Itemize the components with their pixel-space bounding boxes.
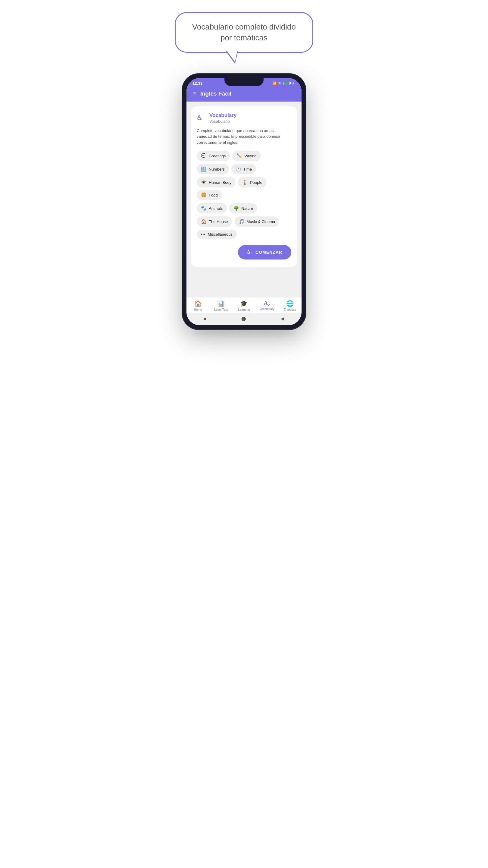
notch — [224, 78, 264, 86]
app-title: Inglés Fácil — [200, 90, 231, 97]
tags-row-6: ••• Miscellaneous — [197, 230, 291, 239]
tag-time[interactable]: 🕐 Time — [231, 164, 256, 174]
tag-animals[interactable]: 🐾 Animals — [197, 203, 227, 213]
comenzar-button[interactable]: A COMENZAR — [238, 245, 291, 259]
nature-label: Nature — [241, 206, 253, 211]
nav-item-learning[interactable]: 🎓 Learning — [235, 300, 252, 311]
human-body-label: Human Body — [209, 180, 231, 185]
tag-writing[interactable]: ✏️ Writing — [232, 151, 261, 161]
tags-row-1: 💬 Greetings ✏️ Writing — [197, 151, 291, 161]
vocab-title: Vocabulary — [209, 113, 236, 119]
food-label: Food — [209, 193, 218, 197]
nav-item-home[interactable]: 🏠 Home — [190, 300, 206, 311]
tag-numbers[interactable]: 🔢 Numbers — [197, 164, 229, 174]
phone-reflection — [193, 331, 295, 337]
home-nav-icon: 🏠 — [194, 300, 202, 307]
people-icon: 🚶 — [242, 180, 248, 185]
time-icon: 🕐 — [235, 166, 241, 172]
tags-row-2: 🔢 Numbers 🕐 Time — [197, 164, 291, 174]
nav-item-level-test[interactable]: 📊 Level Test — [213, 300, 229, 311]
bolt-icon: ⚡ — [291, 82, 295, 85]
android-back[interactable]: ◀ — [281, 316, 284, 321]
tag-human-body[interactable]: 👁️ Human Body — [197, 177, 235, 187]
nav-item-translate[interactable]: 🌐 Translate — [282, 300, 298, 311]
android-nav: ■ ⬤ ◀ — [187, 313, 301, 325]
comenzar-icon: A — [247, 249, 253, 255]
animals-icon: 🐾 — [201, 206, 207, 211]
status-icons: 📶 36 ⚡ — [272, 82, 295, 85]
tag-music-cinema[interactable]: 🎵 Music & Cinema — [235, 216, 280, 227]
house-label: The House — [209, 219, 228, 224]
numbers-icon: 🔢 — [201, 166, 207, 172]
level-test-nav-icon: 📊 — [217, 300, 225, 307]
nature-icon: 🌳 — [233, 206, 239, 211]
human-body-icon: 👁️ — [201, 180, 207, 185]
phone-frame: 12:33 📶 36 ⚡ ≡ Inglés Fácil — [182, 74, 306, 330]
hamburger-icon[interactable]: ≡ — [193, 90, 196, 97]
tag-nature[interactable]: 🌳 Nature — [229, 203, 257, 213]
tag-miscellaneous[interactable]: ••• Miscellaneous — [197, 230, 237, 239]
vocab-header: A Vocabulary Vocabulario — [197, 113, 291, 124]
android-home[interactable]: ⬤ — [241, 316, 246, 321]
vocab-card-icon: A — [197, 113, 205, 123]
android-stop[interactable]: ■ — [204, 316, 206, 321]
level-test-nav-label: Level Test — [214, 308, 228, 311]
comenzar-label: COMENZAR — [255, 250, 282, 255]
tags-row-5: 🏠 The House 🎵 Music & Cinema — [197, 216, 291, 227]
bubble-text: Vocabulario completo dividido por temáti… — [192, 22, 296, 42]
outer-container: Vocabulario completo dividido por temáti… — [163, 12, 325, 337]
tags-row-3: 👁️ Human Body 🚶 People 🍔 Food — [197, 177, 291, 200]
vocab-titles: Vocabulary Vocabulario — [209, 113, 236, 124]
main-content: A Vocabulary Vocabulario Completo vocabu… — [187, 101, 301, 297]
battery-fill — [284, 82, 288, 84]
animals-label: Animals — [209, 206, 223, 211]
tag-house[interactable]: 🏠 The House — [197, 216, 232, 227]
vocabulary-nav-icon: A✓ — [264, 300, 270, 307]
tag-people[interactable]: 🚶 People — [238, 177, 266, 187]
svg-text:A: A — [197, 114, 201, 120]
vocabulary-nav-label: Vocabulary — [260, 307, 274, 311]
cta-row: A COMENZAR — [197, 245, 291, 259]
vocab-card: A Vocabulary Vocabulario Completo vocabu… — [191, 106, 297, 267]
numbers-label: Numbers — [209, 167, 225, 172]
wifi-icon: 📶 — [272, 82, 276, 85]
food-icon: 🍔 — [201, 192, 207, 198]
tags-row-4: 🐾 Animals 🌳 Nature — [197, 203, 291, 213]
writing-label: Writing — [244, 154, 256, 158]
music-cinema-icon: 🎵 — [239, 219, 245, 224]
tags-container: 💬 Greetings ✏️ Writing 🔢 Numbers — [197, 151, 291, 239]
vocab-subtitle: Vocabulario — [209, 119, 236, 124]
app-header: ≡ Inglés Fácil — [187, 87, 301, 101]
music-cinema-label: Music & Cinema — [247, 219, 275, 224]
translate-nav-label: Translate — [284, 308, 296, 311]
tag-greetings[interactable]: 💬 Greetings — [197, 151, 230, 161]
learning-nav-label: Learning — [238, 308, 250, 311]
vocab-description: Completo vocabulario que abarca una ampl… — [197, 128, 291, 146]
tag-food[interactable]: 🍔 Food — [197, 190, 222, 200]
status-time: 12:33 — [193, 81, 202, 86]
battery-icon — [283, 82, 290, 85]
phone-inner: 12:33 📶 36 ⚡ ≡ Inglés Fácil — [187, 78, 301, 325]
speech-bubble: Vocabulario completo dividido por temáti… — [175, 12, 313, 53]
nav-item-vocabulary[interactable]: A✓ Vocabulary — [259, 300, 275, 311]
learning-nav-icon: 🎓 — [240, 300, 248, 307]
status-bar: 12:33 📶 36 ⚡ — [187, 78, 301, 87]
battery-level-text: 36 — [278, 82, 282, 85]
miscellaneous-icon: ••• — [201, 232, 206, 237]
greetings-icon: 💬 — [201, 153, 207, 158]
house-icon: 🏠 — [201, 219, 207, 224]
miscellaneous-label: Miscellaneous — [208, 232, 233, 237]
time-label: Time — [243, 167, 252, 172]
home-nav-label: Home — [194, 308, 202, 311]
bottom-nav: 🏠 Home 📊 Level Test 🎓 Learning A✓ Vocabu… — [187, 297, 301, 313]
translate-nav-icon: 🌐 — [286, 300, 294, 307]
greetings-label: Greetings — [209, 154, 226, 158]
writing-icon: ✏️ — [236, 153, 242, 158]
people-label: People — [250, 180, 262, 185]
